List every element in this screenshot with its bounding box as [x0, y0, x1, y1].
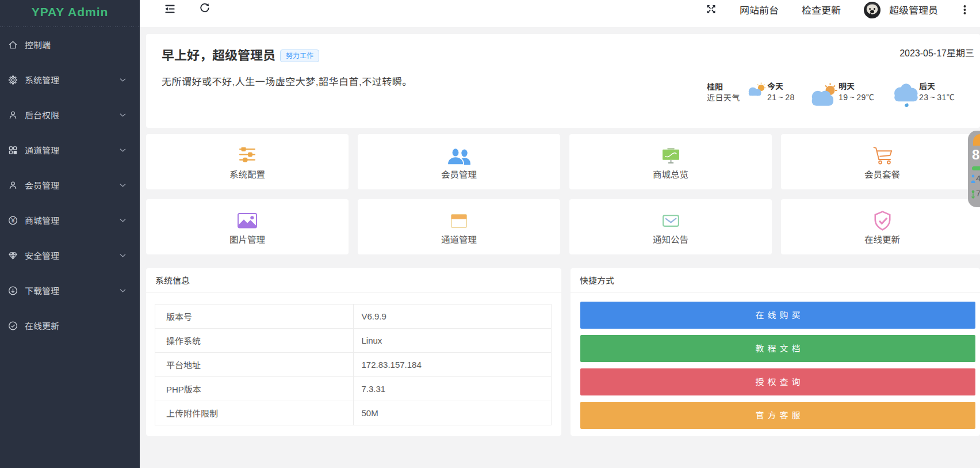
svg-text:¥: ¥	[10, 216, 15, 223]
